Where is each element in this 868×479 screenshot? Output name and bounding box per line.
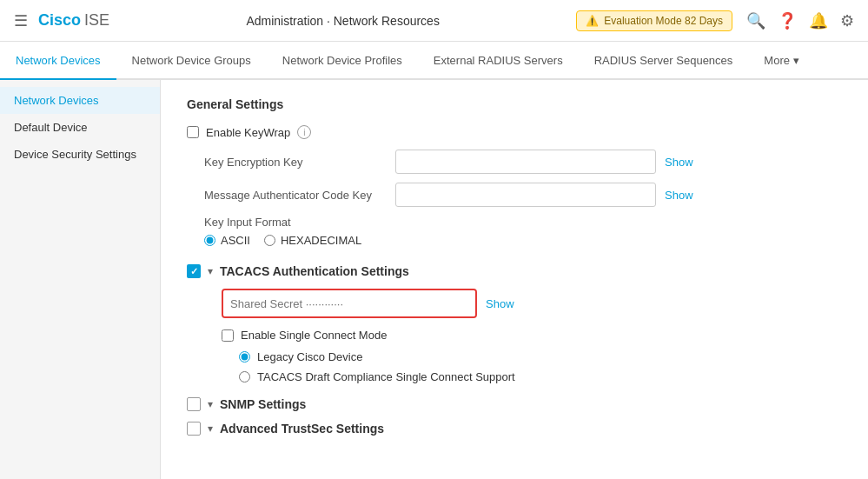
- enable-keywrap-row: Enable KeyWrap i: [187, 125, 842, 139]
- hex-radio[interactable]: [264, 235, 275, 246]
- snmp-checkbox[interactable]: [187, 397, 201, 411]
- enable-keywrap-label: Enable KeyWrap: [206, 126, 290, 139]
- tacacs-section: ✓ ▾ TACACS Authentication Settings Show …: [187, 264, 842, 383]
- settings-icon[interactable]: ⚙: [840, 11, 854, 30]
- ascii-label: ASCII: [221, 234, 250, 247]
- enable-single-connect-label: Enable Single Connect Mode: [241, 329, 387, 342]
- sidebar-item-network-devices-label: Network Devices: [14, 94, 99, 107]
- ise-brand-text: ISE: [84, 11, 109, 30]
- shared-secret-row: Show: [187, 289, 842, 318]
- content-area: General Settings Enable KeyWrap i Key En…: [161, 80, 868, 479]
- shared-secret-input[interactable]: [223, 290, 475, 316]
- tab-external-radius[interactable]: External RADIUS Servers: [418, 42, 579, 80]
- ascii-radio-item[interactable]: ASCII: [204, 234, 250, 247]
- key-format-label: Key Input Format: [204, 216, 842, 229]
- tab-network-devices-label: Network Devices: [16, 54, 101, 67]
- tab-network-device-groups[interactable]: Network Device Groups: [116, 42, 267, 80]
- tab-network-devices[interactable]: Network Devices: [0, 42, 116, 80]
- key-encryption-key-input[interactable]: [395, 150, 656, 174]
- header-left: ☰ Cisco ISE: [14, 11, 109, 30]
- legacy-cisco-radio[interactable]: [239, 351, 250, 363]
- sidebar-item-default-device[interactable]: Default Device: [0, 114, 160, 141]
- cisco-brand-text: Cisco: [38, 11, 81, 30]
- tab-network-device-profiles-label: Network Device Profiles: [282, 54, 402, 67]
- hex-radio-item[interactable]: HEXADECIMAL: [264, 234, 361, 247]
- tab-network-device-groups-label: Network Device Groups: [132, 54, 251, 67]
- page-title: Administration · Network Resources: [246, 14, 440, 28]
- advanced-trustsec-chevron-icon[interactable]: ▾: [208, 422, 213, 435]
- warning-icon: ⚠️: [586, 15, 599, 27]
- tacacs-check-mark: ✓: [190, 266, 198, 277]
- tacacs-chevron-icon[interactable]: ▾: [208, 265, 213, 277]
- tacacs-section-header: ✓ ▾ TACACS Authentication Settings: [187, 264, 842, 278]
- enable-keywrap-checkbox[interactable]: [187, 126, 199, 138]
- enable-single-connect-checkbox[interactable]: [222, 329, 234, 342]
- legacy-cisco-label: Legacy Cisco Device: [257, 350, 362, 363]
- hamburger-icon[interactable]: ☰: [14, 11, 28, 30]
- tab-more[interactable]: More ▾: [748, 42, 815, 80]
- show-kek-link[interactable]: Show: [665, 156, 693, 169]
- ascii-radio[interactable]: [204, 235, 215, 246]
- chevron-down-icon: ▾: [793, 54, 799, 67]
- tacacs-draft-radio-item[interactable]: TACACS Draft Compliance Single Connect S…: [239, 370, 842, 383]
- eval-mode-badge: ⚠️ Evaluation Mode 82 Days: [576, 10, 732, 31]
- header-icons: 🔍 ❓ 🔔 ⚙: [746, 11, 854, 30]
- sidebar: Network Devices Default Device Device Se…: [0, 80, 161, 479]
- message-auth-label: Message Authenticator Code Key: [204, 189, 395, 202]
- nav-tabs: Network Devices Network Device Groups Ne…: [0, 42, 868, 80]
- eval-mode-text: Evaluation Mode 82 Days: [604, 15, 723, 27]
- show-secret-link[interactable]: Show: [486, 297, 514, 310]
- tab-more-label: More: [764, 54, 790, 67]
- legacy-cisco-radio-item[interactable]: Legacy Cisco Device: [239, 350, 842, 363]
- sidebar-item-device-security-settings-label: Device Security Settings: [14, 148, 136, 161]
- tacacs-draft-radio[interactable]: [239, 371, 250, 383]
- advanced-trustsec-section: ▾ Advanced TrustSec Settings: [187, 422, 842, 436]
- tab-radius-sequences[interactable]: RADIUS Server Sequences: [579, 42, 749, 80]
- notifications-icon[interactable]: 🔔: [809, 11, 828, 30]
- show-mac-link[interactable]: Show: [665, 189, 693, 202]
- message-auth-row: Message Authenticator Code Key Show: [187, 183, 842, 207]
- tab-network-device-profiles[interactable]: Network Device Profiles: [267, 42, 418, 80]
- snmp-section: ▾ SNMP Settings: [187, 397, 842, 411]
- tacacs-checkbox[interactable]: ✓: [187, 264, 201, 278]
- message-auth-input[interactable]: [395, 183, 656, 207]
- sidebar-item-default-device-label: Default Device: [14, 121, 88, 134]
- key-encryption-key-row: Key Encryption Key Show: [187, 150, 842, 174]
- search-icon[interactable]: 🔍: [746, 11, 765, 30]
- keywrap-info-icon[interactable]: i: [297, 125, 311, 139]
- key-format-row: Key Input Format ASCII HEXADECIMAL: [187, 216, 842, 247]
- sidebar-item-device-security-settings[interactable]: Device Security Settings: [0, 141, 160, 168]
- header-right: ⚠️ Evaluation Mode 82 Days 🔍 ❓ 🔔 ⚙: [576, 10, 854, 31]
- snmp-chevron-icon[interactable]: ▾: [208, 398, 213, 410]
- snmp-section-title: SNMP Settings: [220, 397, 306, 411]
- single-connect-options: Legacy Cisco Device TACACS Draft Complia…: [187, 350, 842, 383]
- shared-secret-input-wrap: [222, 289, 477, 318]
- key-encryption-key-label: Key Encryption Key: [204, 156, 395, 169]
- advanced-trustsec-checkbox[interactable]: [187, 422, 201, 436]
- tab-radius-sequences-label: RADIUS Server Sequences: [594, 54, 733, 67]
- sidebar-item-network-devices[interactable]: Network Devices: [0, 87, 160, 114]
- header: ☰ Cisco ISE Administration · Network Res…: [0, 0, 868, 42]
- general-settings-title: General Settings: [187, 97, 842, 111]
- tab-external-radius-label: External RADIUS Servers: [434, 54, 563, 67]
- main-layout: Network Devices Default Device Device Se…: [0, 80, 868, 479]
- advanced-trustsec-section-title: Advanced TrustSec Settings: [220, 422, 384, 436]
- tacacs-draft-label: TACACS Draft Compliance Single Connect S…: [257, 370, 515, 383]
- cisco-logo: Cisco ISE: [38, 11, 109, 30]
- key-format-radio-group: ASCII HEXADECIMAL: [204, 234, 842, 247]
- general-settings-section: General Settings Enable KeyWrap i Key En…: [187, 97, 842, 247]
- single-connect-row: Enable Single Connect Mode: [187, 329, 842, 342]
- hex-label: HEXADECIMAL: [281, 234, 361, 247]
- help-icon[interactable]: ❓: [778, 11, 797, 30]
- tacacs-section-title: TACACS Authentication Settings: [220, 264, 409, 278]
